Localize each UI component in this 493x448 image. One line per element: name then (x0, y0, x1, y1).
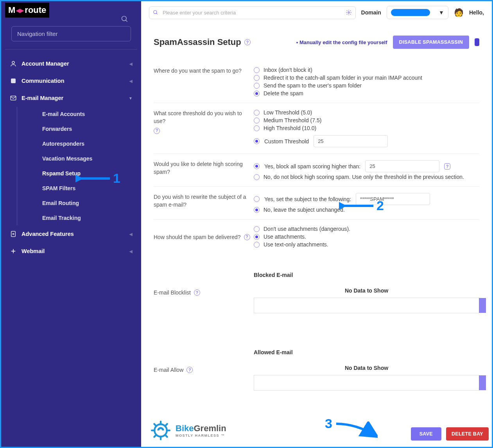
sidebar-sub-forwarders[interactable]: Forwarders (38, 121, 141, 136)
label-threshold: What score threshold do you wish to use? (154, 109, 254, 125)
radio-user-folder[interactable] (254, 83, 260, 89)
badge-icon (10, 77, 22, 84)
email-manager-submenu: E-mail Accounts Forwarders Autoresponder… (17, 107, 141, 225)
gear-icon[interactable] (346, 9, 352, 17)
sidebar-sub-email-tracking[interactable]: Email Tracking (38, 211, 141, 225)
radio-inbox[interactable] (254, 67, 260, 73)
svg-point-6 (13, 234, 14, 235)
sidebar-item-label: Communication (22, 78, 65, 84)
block-score-input[interactable] (365, 160, 439, 172)
radio-redirect[interactable] (254, 75, 260, 81)
subject-input[interactable] (356, 193, 430, 205)
sidebar-sub-autoresponders[interactable]: Autoresponders (38, 136, 141, 151)
radio-rewrite-yes[interactable] (254, 196, 260, 202)
chevron-left-icon: ◀ (129, 249, 133, 253)
sidebar-item-account-manager[interactable]: Account Manager ◀ (1, 55, 141, 72)
radio-label: No, leave the subject unchanged. (264, 207, 345, 213)
radio-label: Redirect it to the catch-all spam folder… (264, 75, 422, 81)
disable-spamassassin-button[interactable]: DISABLE SPAMASSASSIN (393, 36, 469, 49)
radio-label: Delete the spam (264, 90, 303, 96)
avatar-icon[interactable]: 🧑 (454, 8, 464, 17)
svg-point-0 (122, 16, 127, 21)
blocklist-input-bar[interactable] (254, 298, 479, 313)
radio-no-attachments[interactable] (254, 226, 260, 232)
manual-edit-link[interactable]: • Manually edit the config file yourself (296, 39, 387, 45)
blocklist-empty: No Data to Show (254, 287, 479, 294)
sidebar-item-webmail[interactable]: Webmail ◀ (1, 243, 141, 260)
heading-allowed: Allowed E-mail (254, 349, 479, 355)
sidebar-item-advanced-features[interactable]: Advanced Features ◀ (1, 225, 141, 243)
svg-point-2 (12, 61, 14, 64)
extra-action-button[interactable] (475, 38, 479, 46)
label-spam-destination: Where do you want the spam to go? (154, 66, 254, 97)
help-icon[interactable]: ? (244, 234, 250, 240)
delete-bay-button[interactable]: DELETE BAY (446, 427, 489, 441)
domain-value-redacted (391, 9, 430, 16)
mail-icon (10, 95, 22, 102)
sidebar-item-communication[interactable]: Communication ◀ (1, 72, 141, 89)
radio-medium-threshold[interactable] (254, 118, 260, 123)
label-allowlist: E-mail Allow (154, 367, 183, 373)
sidebar-sub-email-routing[interactable]: Email Routing (38, 196, 141, 211)
svg-line-1 (126, 20, 127, 22)
radio-label: High Threshold (10.0) (264, 125, 316, 131)
chevron-down-icon: ▼ (129, 96, 133, 100)
radio-use-attachments[interactable] (254, 234, 260, 240)
save-button[interactable]: SAVE (411, 427, 441, 441)
radio-block-high-yes[interactable] (254, 163, 260, 169)
svg-line-10 (156, 13, 158, 14)
radio-label: Use attachments. (264, 234, 306, 240)
radio-label: Custom Threshold (264, 138, 309, 145)
help-icon[interactable]: ? (444, 163, 450, 170)
help-icon[interactable]: ? (244, 39, 251, 45)
allowlist-input-bar[interactable] (254, 375, 479, 391)
sidebar-sub-vacation-messages[interactable]: Vacation Messages (38, 151, 141, 166)
sidebar-item-label: E-mail Manager (22, 95, 63, 101)
radio-low-threshold[interactable] (254, 110, 260, 116)
sidebar: M ◂▸ route Account Manager ◀ Communicati… (1, 1, 141, 447)
domain-label: Domain (361, 9, 381, 16)
radio-text-attachments[interactable] (254, 242, 260, 248)
chevron-left-icon: ◀ (129, 62, 133, 66)
footer-brand: BikeGremlin MOSTLY HARMLESS ™ (150, 419, 226, 441)
radio-label: Use text-only attachments. (264, 241, 328, 248)
radio-high-threshold[interactable] (254, 125, 260, 131)
radio-label: No, do not block high scoring spam. Use … (264, 174, 464, 180)
brand-gremlin: Gremlin (194, 423, 226, 433)
allowlist-add-handle[interactable] (479, 375, 486, 390)
search-icon (121, 15, 129, 24)
navigation-filter-input[interactable] (11, 26, 131, 41)
logo-m: M (8, 5, 15, 15)
sidebar-item-email-manager[interactable]: E-mail Manager ▼ (1, 89, 141, 107)
radio-label: Don't use attachments (dangerous). (264, 226, 350, 232)
sidebar-sub-rspamd-setup[interactable]: Rspamd Setup (38, 166, 141, 181)
radio-delete[interactable] (254, 91, 260, 96)
domain-select[interactable]: ▼ (387, 6, 448, 19)
help-icon[interactable]: ? (186, 367, 193, 373)
custom-threshold-input[interactable] (314, 135, 388, 147)
hello-text: Hello, (469, 9, 484, 16)
radio-label: Inbox (don't block it) (264, 67, 312, 73)
radio-label: Send the spam to the user's spam folder (264, 82, 362, 89)
page-title: SpamAssassin Setup ? (154, 37, 251, 47)
blocklist-add-handle[interactable] (479, 298, 486, 313)
sidebar-sub-spam-filters[interactable]: SPAM Filters (38, 181, 141, 196)
help-icon[interactable]: ? (154, 128, 160, 134)
svg-rect-3 (11, 79, 16, 83)
plus-icon (10, 248, 22, 255)
main-content: SpamAssassin Setup ? • Manually edit the… (141, 24, 492, 447)
help-icon[interactable]: ? (194, 289, 200, 296)
logo-route: route (25, 5, 46, 15)
chevron-left-icon: ◀ (129, 232, 133, 236)
brand-tagline: MOSTLY HARMLESS ™ (176, 434, 226, 437)
allowlist-empty: No Data to Show (254, 365, 479, 371)
radio-label: Medium Threshold (7.5) (264, 117, 321, 123)
search-input[interactable] (149, 6, 356, 19)
radio-rewrite-no[interactable] (254, 207, 260, 213)
svg-point-9 (154, 10, 157, 13)
radio-block-high-no[interactable] (254, 174, 260, 180)
sidebar-sub-email-accounts[interactable]: E-mail Accounts (38, 107, 141, 121)
label-rewrite-subject: Do you wish to rewrite the subject of a … (154, 192, 254, 214)
radio-custom-threshold[interactable] (254, 138, 260, 144)
topbar: Domain ▼ 🧑 Hello, (141, 1, 492, 24)
